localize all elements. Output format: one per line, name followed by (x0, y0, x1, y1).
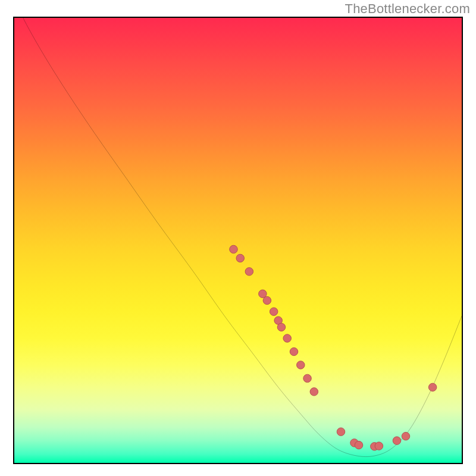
chart-svg (14, 18, 462, 463)
data-marker (337, 428, 345, 436)
chart-area (13, 17, 463, 464)
data-marker (277, 323, 286, 331)
data-marker (263, 296, 271, 304)
data-marker (393, 437, 401, 444)
watermark-text: TheBottlenecker.com (345, 1, 470, 17)
data-marker (283, 334, 292, 342)
bottleneck-curve (14, 18, 462, 457)
data-marker (236, 254, 245, 262)
data-marker (310, 388, 318, 396)
data-marker (270, 308, 278, 315)
data-marker (303, 374, 312, 382)
data-marker (355, 441, 363, 449)
data-markers (230, 245, 437, 450)
data-marker (375, 442, 383, 450)
data-marker (297, 361, 305, 369)
data-marker (245, 268, 253, 275)
data-marker (290, 347, 298, 355)
data-marker (428, 383, 437, 391)
data-marker (402, 432, 410, 440)
data-marker (230, 245, 238, 253)
